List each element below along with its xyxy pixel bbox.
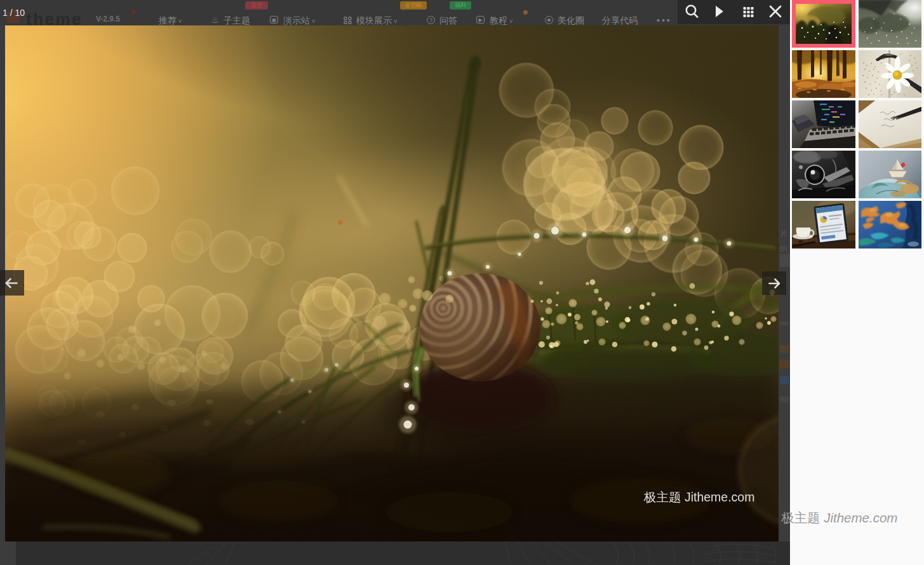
svg-text:极主题 Jitheme.com: 极主题 Jitheme.com bbox=[643, 490, 754, 504]
